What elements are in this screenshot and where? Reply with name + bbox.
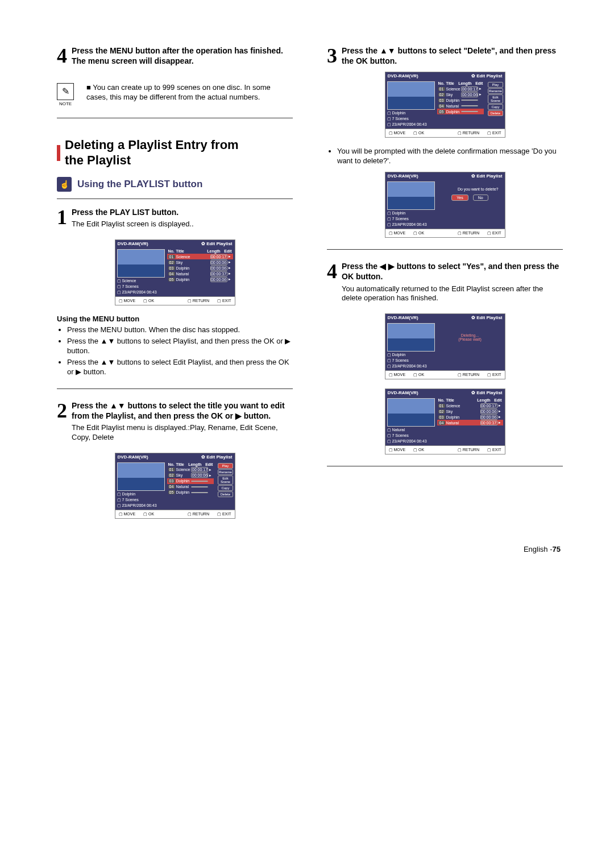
step-number: 4	[327, 261, 337, 308]
confirmation-note: You will be prompted with the delete con…	[327, 147, 563, 166]
no-button[interactable]: No	[473, 195, 488, 201]
edit-playlist-screen-menu: DVD-RAM(VR)✿ Edit Playlist ▢ Dolphin ▢ 7…	[115, 453, 235, 519]
step-number: 3	[327, 46, 337, 66]
step-text: Press the MENU button after the operatio…	[72, 46, 293, 66]
hand-icon: ☝	[57, 177, 72, 192]
step-text: Press the ◀ ▶ buttons to select "Yes", a…	[342, 261, 563, 308]
step-number: 2	[57, 400, 67, 447]
edit-playlist-screen-delete: DVD-RAM(VR)✿ Edit Playlist ▢ Dolphin ▢ 7…	[385, 72, 505, 138]
subsection-title: Using the PLAYLIST button	[77, 179, 202, 190]
menu-steps-list: Press the MENU button. When the disc has…	[57, 325, 293, 377]
right-column: 3 Press the ▲▼ buttons to select "Delete…	[327, 46, 563, 528]
yes-button[interactable]: Yes	[451, 195, 468, 201]
section-accent	[57, 145, 60, 161]
step-number: 4	[57, 46, 67, 66]
step-text: Press the ▲▼ buttons to select the title…	[72, 400, 293, 447]
edit-playlist-result-screen: DVD-RAM(VR)✿ Edit Playlist ▢ Natural ▢ 7…	[385, 388, 505, 454]
subhead: Using the MENU button	[57, 315, 293, 323]
page-footer: English -75	[57, 545, 563, 553]
step-text: Press the PLAY LIST button. The Edit Pla…	[72, 207, 293, 234]
edit-playlist-screen: DVD-RAM(VR)✿ Edit Playlist ▢ Science ▢ 7…	[115, 239, 235, 305]
section-heading: Deleting a Playlist Entry fromthe Playli…	[65, 138, 239, 168]
step-text: Press the ▲▼ buttons to select "Delete",…	[342, 46, 563, 66]
left-column: 4 Press the MENU button after the operat…	[57, 46, 293, 528]
deleting-progress-screen: DVD-RAM(VR)✿ Edit Playlist ▢ Dolphin ▢ 7…	[385, 313, 505, 379]
note-text: ■ You can create up to 999 scenes on one…	[86, 83, 293, 102]
delete-confirmation-screen: DVD-RAM(VR)✿ Edit Playlist ▢ Dolphin ▢ 7…	[385, 172, 505, 238]
step-number: 1	[57, 207, 67, 234]
note-icon: ✎ NOTE	[57, 83, 74, 106]
